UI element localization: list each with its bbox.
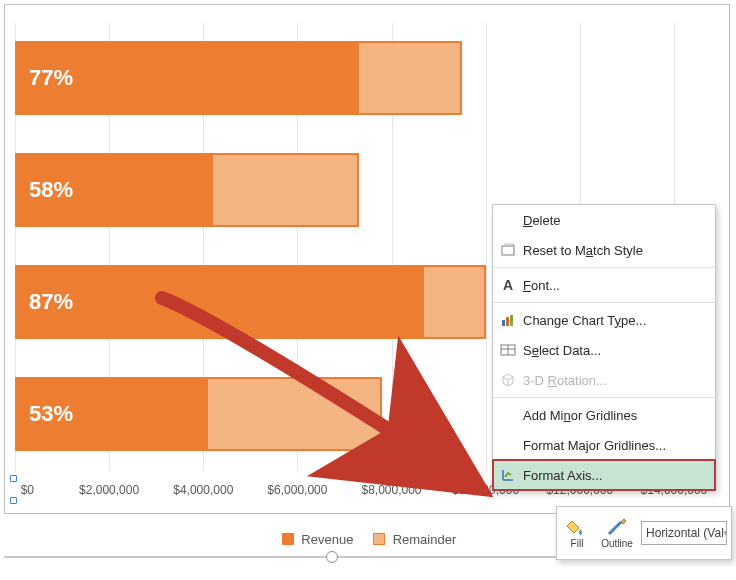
outline-button[interactable]: Outline	[597, 507, 637, 559]
bar[interactable]: 77%	[15, 41, 721, 115]
slider-thumb[interactable]	[326, 551, 338, 563]
menu-select-data[interactable]: Select Data...	[493, 335, 715, 365]
data-label: 58%	[29, 177, 73, 203]
menu-label: Format Major Gridlines...	[523, 438, 666, 453]
legend-label: Remainder	[393, 532, 457, 547]
menu-reset-style[interactable]: Reset to Match Style	[493, 235, 715, 265]
menu-separator	[493, 267, 715, 268]
outline-icon	[606, 518, 628, 538]
legend-label: Revenue	[301, 532, 353, 547]
menu-label: Delete	[523, 213, 561, 228]
menu-separator	[493, 397, 715, 398]
fill-label: Fill	[571, 538, 584, 549]
reset-style-icon	[493, 242, 523, 258]
fill-icon	[566, 518, 588, 538]
legend-swatch	[373, 533, 385, 545]
legend-swatch	[282, 533, 294, 545]
context-menu: Delete Reset to Match Style A Font... Ch…	[492, 204, 716, 491]
menu-label: Format Axis...	[523, 468, 602, 483]
axis-icon	[493, 467, 523, 483]
legend-entry-revenue[interactable]: Revenue	[282, 532, 354, 547]
cube-icon	[493, 372, 523, 388]
menu-label: Font...	[523, 278, 560, 293]
selector-value: Horizontal (Val	[646, 526, 724, 540]
data-label: 77%	[29, 65, 73, 91]
x-tick-label: $6,000,000	[267, 483, 327, 497]
svg-rect-3	[510, 315, 513, 326]
x-tick-label: $4,000,000	[173, 483, 233, 497]
menu-label: Change Chart Type...	[523, 313, 646, 328]
menu-separator	[493, 302, 715, 303]
outline-label: Outline	[601, 538, 633, 549]
font-icon: A	[493, 277, 523, 293]
legend-entry-remainder[interactable]: Remainder	[373, 532, 456, 547]
menu-font[interactable]: A Font...	[493, 270, 715, 300]
selection-handle[interactable]	[10, 497, 17, 504]
fill-button[interactable]: Fill	[557, 507, 597, 559]
bar-revenue[interactable]	[15, 265, 424, 339]
chart-element-selector[interactable]: Horizontal (Val ▾	[641, 521, 727, 545]
x-tick-label: $8,000,000	[361, 483, 421, 497]
chevron-down-icon: ▾	[724, 528, 727, 538]
data-label: 87%	[29, 289, 73, 315]
svg-rect-0	[502, 246, 514, 255]
menu-format-major-gridlines[interactable]: Format Major Gridlines...	[493, 430, 715, 460]
menu-label: Select Data...	[523, 343, 601, 358]
menu-format-axis[interactable]: Format Axis...	[493, 460, 715, 490]
menu-3d-rotation: 3-D Rotation...	[493, 365, 715, 395]
chart-type-icon	[493, 312, 523, 328]
select-data-icon	[493, 342, 523, 358]
selection-handle[interactable]	[10, 475, 17, 482]
data-label: 53%	[29, 401, 73, 427]
mini-toolbar: Fill Outline Horizontal (Val ▾	[556, 506, 732, 560]
x-tick-label: $2,000,000	[79, 483, 139, 497]
svg-rect-2	[506, 317, 509, 326]
menu-label: Reset to Match Style	[523, 243, 643, 258]
svg-rect-1	[502, 320, 505, 326]
menu-delete[interactable]: Delete	[493, 205, 715, 235]
x-tick-label: $0	[21, 483, 34, 497]
menu-label: 3-D Rotation...	[523, 373, 607, 388]
menu-label: Add Minor Gridlines	[523, 408, 637, 423]
menu-add-minor-gridlines[interactable]: Add Minor Gridlines	[493, 400, 715, 430]
menu-change-chart-type[interactable]: Change Chart Type...	[493, 305, 715, 335]
